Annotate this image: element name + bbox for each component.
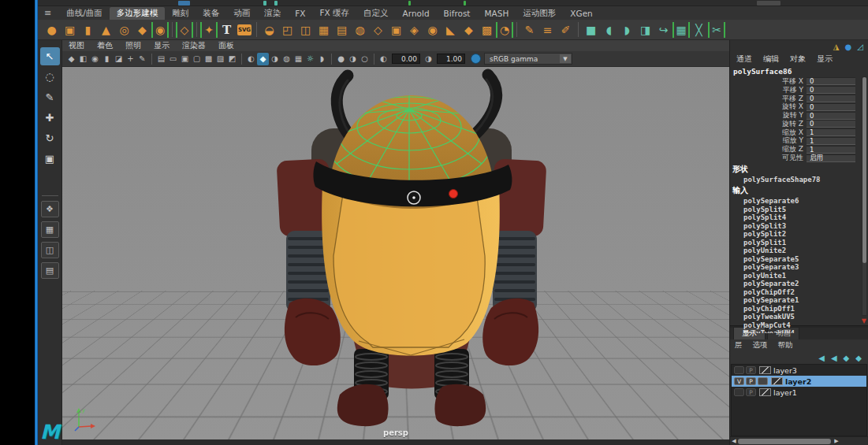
channel-value[interactable]: 0 [807, 120, 855, 128]
shelf-tab-animation[interactable]: 动画 [226, 7, 257, 20]
layer-horizontal-scrollbar[interactable]: ◀ ▶ [730, 436, 868, 445]
menu-object[interactable]: 对象 [790, 54, 806, 65]
input-node[interactable]: polySeparate6 [730, 197, 868, 206]
input-node[interactable]: polyTweakUV5 [730, 313, 868, 321]
exposure-icon[interactable]: ◐ [378, 53, 389, 65]
flat-shade-icon[interactable]: ▢ [191, 53, 203, 65]
sphere-primitive-options-icon[interactable]: ◉ [151, 22, 169, 38]
paint-select-tool[interactable]: ✎ [40, 88, 60, 106]
select-tool[interactable]: ↖ [40, 47, 60, 65]
viewport-canvas[interactable]: y persp [62, 67, 729, 439]
scrollbar-thumb[interactable] [738, 439, 831, 444]
lock-camera-icon[interactable]: ◧ [77, 53, 89, 65]
character-model[interactable] [277, 67, 557, 429]
poly-sphere-icon[interactable]: ● [43, 20, 61, 39]
poly-plane-icon[interactable]: ◆ [133, 20, 151, 39]
menu-help[interactable]: 帮助 [778, 340, 793, 350]
menu-renderer[interactable]: 渲染器 [182, 40, 206, 51]
exposure-field[interactable]: 0.00 [392, 54, 420, 64]
poly-cube-icon[interactable]: ▣ [61, 20, 79, 39]
input-node[interactable]: polySplit4 [730, 213, 868, 222]
tool-settings-toggle-icon[interactable]: ● [845, 43, 852, 51]
menu-shading[interactable]: 着色 [97, 40, 113, 51]
uv-editor-options-icon[interactable]: ▦ [672, 22, 690, 38]
smooth-shade-all-icon[interactable]: ▣ [179, 53, 191, 65]
sculpt-grid-options-icon[interactable]: ◔ [496, 22, 513, 38]
new-layer-assign-icon[interactable]: ◆ [844, 354, 850, 362]
subdivide-icon[interactable]: ▤ [333, 20, 351, 39]
input-node[interactable]: polyChipOff2 [730, 288, 868, 297]
quad-draw-icon[interactable]: ✐ [557, 20, 575, 39]
input-node[interactable]: polyMapCut4 [730, 321, 868, 330]
shelf-tab-rigging[interactable]: 装备 [196, 7, 226, 20]
visibility-toggle[interactable]: V [734, 377, 744, 385]
shelf-tab-arnold[interactable]: Arnold [396, 8, 437, 19]
boolean-icon[interactable]: ◈ [405, 20, 423, 39]
channel-value[interactable]: 1 [807, 128, 855, 136]
input-node[interactable]: polySplit1 [730, 239, 868, 247]
menu-show[interactable]: 显示 [154, 40, 170, 51]
super-shape-options-icon[interactable]: ✦ [200, 22, 218, 38]
input-node[interactable]: polySeparate1 [730, 296, 868, 305]
bend-left-icon[interactable]: ◖ [600, 20, 618, 39]
show-manipulator-icon[interactable]: ◒ [260, 20, 278, 39]
textured-lights-icon[interactable]: ◗ [316, 53, 328, 65]
input-node[interactable]: polySplit3 [730, 222, 868, 231]
input-node[interactable]: polySeparate2 [730, 280, 868, 288]
layout-outliner-button[interactable]: ▤ [41, 262, 59, 279]
layer-name[interactable]: layer1 [773, 388, 797, 397]
symmetry-icon[interactable]: ╳ [690, 20, 708, 39]
scale-tool[interactable]: ▣ [40, 150, 60, 168]
layer-row[interactable]: P layer1 [732, 387, 866, 398]
bend-right-icon[interactable]: ◗ [618, 20, 636, 39]
transform-cage-icon[interactable]: ▩ [478, 20, 496, 39]
lights-icon[interactable]: ☼ [304, 53, 316, 65]
shelf-tab-fx[interactable]: FX [288, 8, 312, 19]
channel-value[interactable]: 0 [807, 95, 855, 102]
view-transform-dropdown[interactable]: sRGB gamma ▼ [484, 53, 572, 65]
channel-value[interactable]: 启用 [807, 154, 855, 162]
layer-name[interactable]: layer3 [773, 366, 797, 375]
visibility-toggle[interactable] [734, 366, 744, 374]
menu-options[interactable]: 选项 [753, 340, 768, 350]
shelf-tab-custom[interactable]: 自定义 [356, 7, 396, 20]
channel-value[interactable]: 1 [807, 137, 855, 145]
grease-pencil-icon[interactable]: ✎ [136, 53, 148, 65]
image-plane-icon[interactable]: ◪ [113, 53, 125, 65]
poly-cone-icon[interactable]: ▲ [97, 20, 115, 39]
input-node-clipped[interactable]: polyTweakUV4 [730, 329, 868, 333]
create-polygon-tool-icon[interactable]: ✎ [520, 20, 538, 39]
contrast-icon[interactable]: ◑ [423, 53, 434, 65]
shelf-menu-icon[interactable]: ≡ [44, 8, 51, 18]
layout-two-pane-button[interactable]: ◫ [41, 242, 59, 258]
scroll-right-icon[interactable]: ▶ [833, 438, 840, 444]
combine-icon[interactable]: ▣ [387, 20, 405, 39]
color-management-badge[interactable] [471, 54, 481, 64]
multi-cut-options-icon[interactable]: ✂ [708, 22, 725, 38]
svg-tool-icon[interactable]: SVG [237, 24, 251, 35]
layout-last-button[interactable]: ❖ [41, 201, 59, 217]
shelf-tab-rendering[interactable]: 渲染 [257, 7, 288, 20]
shelf-tab-motion-graphics[interactable]: 运动图形 [516, 7, 563, 20]
menu-view[interactable]: 视图 [69, 40, 84, 51]
playback-toggle[interactable]: P [746, 377, 756, 385]
shape-node[interactable]: polySurfaceShape78 [730, 176, 868, 184]
input-node[interactable]: polySeparate5 [730, 255, 868, 264]
separate-icon[interactable]: ◇ [369, 20, 387, 39]
bridge-icon[interactable]: ◆ [460, 20, 478, 39]
circularize-icon[interactable]: ◉ [423, 20, 441, 39]
new-layer-icon[interactable]: ◆ [855, 354, 862, 362]
playback-toggle[interactable]: P [746, 388, 756, 396]
layer-color-swatch[interactable] [759, 388, 771, 396]
all-lights-icon[interactable]: ◐ [245, 53, 257, 65]
menu-lighting[interactable]: 照明 [125, 40, 141, 51]
move-tool[interactable]: ✚ [40, 109, 60, 127]
2d-pan-zoom-icon[interactable]: + [125, 53, 136, 65]
scroll-more-icon[interactable]: ▼ [862, 317, 866, 324]
mirror-icon[interactable]: ◫ [296, 20, 315, 39]
bounding-box-icon[interactable]: ▩ [203, 53, 214, 65]
scroll-left-icon[interactable]: ◀ [730, 438, 738, 444]
isolate-select-icon[interactable]: ● [335, 53, 347, 65]
menu-edit[interactable]: 编辑 [763, 54, 779, 65]
rotate-tool[interactable]: ↻ [40, 129, 60, 147]
